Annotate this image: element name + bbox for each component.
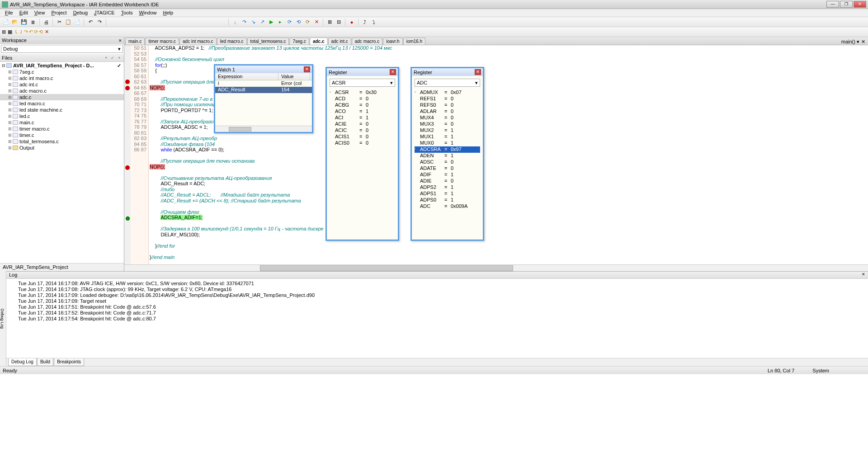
debug-log-side-tab[interactable]: Debug Log xyxy=(0,271,6,366)
tab-adc-int-macro-c[interactable]: adc int macro.c xyxy=(179,38,217,45)
watch-rows[interactable]: iError (col ADC_Result154 xyxy=(215,80,312,126)
register-row[interactable]: ADPS0=1 xyxy=(415,197,480,203)
register-row[interactable]: ADSC=0 xyxy=(415,159,480,165)
register-row[interactable]: REFS0=0 xyxy=(415,102,480,108)
tree-item[interactable]: ⊞7seg.c xyxy=(0,69,124,75)
stepout-icon[interactable]: ↗ xyxy=(258,18,266,26)
tree-item[interactable]: ⊞adc.c xyxy=(0,94,124,100)
register-row[interactable]: -ADCSRA=0x97 xyxy=(415,146,480,153)
register-row[interactable]: ACO=1 xyxy=(330,108,395,115)
register-row[interactable]: -ACSR=0x30 xyxy=(330,89,395,96)
log-close-icon[interactable]: ✕ xyxy=(862,272,865,278)
register1-list[interactable]: -ACSR=0x30 ACD=0 ACBG=0 ACO=1 ACI=1 ACIE… xyxy=(328,89,397,147)
register-row[interactable]: ADIE=0 xyxy=(415,178,480,184)
register-row[interactable]: ACI=1 xyxy=(330,115,395,121)
tab-iom16-h[interactable]: iom16.h xyxy=(403,38,426,45)
register-row[interactable]: ACD=0 xyxy=(330,96,395,102)
watch-row[interactable]: iError (col xyxy=(215,80,312,87)
d1-icon[interactable]: ⊞ xyxy=(2,29,6,35)
register-row[interactable]: ACIC=0 xyxy=(330,127,395,134)
cut-icon[interactable]: ✂ xyxy=(55,18,63,26)
tree-item[interactable]: ⊞total_termosens.c xyxy=(0,138,124,145)
bottom-tab-build[interactable]: Build xyxy=(37,358,53,366)
menu-jtagice[interactable]: JTAGICE xyxy=(91,9,118,17)
save-icon[interactable]: 💾 xyxy=(20,18,28,26)
tree-item[interactable]: ⊞led macro.c xyxy=(0,100,124,107)
watch-col-expression[interactable]: Expression xyxy=(215,73,278,80)
tree-item[interactable]: ⊞adc int macro.c xyxy=(0,75,124,81)
project-root[interactable]: ⊟AVR_IAR_TempSens_Project - D...✓ xyxy=(0,62,124,69)
register-row[interactable]: MUX2=1 xyxy=(415,127,480,134)
paste-icon[interactable]: 📄 xyxy=(73,18,81,26)
tab-adc-macro-c[interactable]: adc macro.c xyxy=(352,38,382,45)
delete-icon[interactable]: ✕ xyxy=(45,29,49,35)
stepover-icon[interactable]: ↷ xyxy=(240,18,248,26)
y-icon[interactable]: ⤵ xyxy=(370,18,378,26)
workspace-close-icon[interactable]: ✕ xyxy=(118,38,122,44)
register-row[interactable]: ACIE=0 xyxy=(330,121,395,127)
maximize-button[interactable]: ❐ xyxy=(840,1,853,8)
watch-window[interactable]: Watch 1✕ Expression Value iError (col AD… xyxy=(214,64,313,133)
minimize-button[interactable]: — xyxy=(826,1,839,8)
open-icon[interactable]: 📂 xyxy=(11,18,19,26)
tab-ioavr-h[interactable]: ioavr.h xyxy=(383,38,402,45)
tab-7seg-c[interactable]: 7seg.c xyxy=(289,38,309,45)
register-row[interactable]: MUX3=0 xyxy=(415,121,480,127)
register-row[interactable]: ADATE=0 xyxy=(415,165,480,172)
breakpoint-gutter[interactable] xyxy=(124,45,131,264)
register-row[interactable]: ADLAR=0 xyxy=(415,108,480,115)
stepinto-icon[interactable]: ↘ xyxy=(249,18,257,26)
print-icon[interactable]: 🖨 xyxy=(42,18,50,26)
register-row[interactable]: MUX0=1 xyxy=(415,140,480,146)
menu-window[interactable]: Window xyxy=(136,9,160,17)
register-row[interactable]: MUX4=0 xyxy=(415,115,480,121)
register-row[interactable]: ADPS2=1 xyxy=(415,184,480,191)
d5-icon[interactable]: ↷ xyxy=(24,29,28,35)
tree-item[interactable]: ⊞timer macro.c xyxy=(0,126,124,132)
go-icon[interactable]: ⟳ xyxy=(285,18,293,26)
menu-file[interactable]: File xyxy=(2,9,16,17)
close-button[interactable]: ✕ xyxy=(854,1,866,8)
register-row[interactable]: ACIS1=0 xyxy=(330,134,395,140)
register-row[interactable]: REFS1=0 xyxy=(415,96,480,102)
tree-item[interactable]: ⊞adc int.c xyxy=(0,81,124,88)
menu-debug[interactable]: Debug xyxy=(70,9,91,17)
d3-icon[interactable]: ⤹ xyxy=(14,29,18,35)
tab-adc-c[interactable]: adc.c xyxy=(310,38,328,45)
menu-project[interactable]: Project xyxy=(48,9,70,17)
tab-timer-macro-c[interactable]: timer macro.c xyxy=(145,38,179,45)
menu-view[interactable]: View xyxy=(31,9,48,17)
register-row[interactable]: MUX1=1 xyxy=(415,134,480,140)
register2-combo[interactable]: ADC▾ xyxy=(415,79,480,87)
watch-close-icon[interactable]: ✕ xyxy=(304,66,310,72)
d4-icon[interactable]: ⤸ xyxy=(19,29,23,35)
menu-tools[interactable]: Tools xyxy=(118,9,136,17)
runto-icon[interactable]: ▸ xyxy=(276,18,284,26)
bottom-tab-breakpoints[interactable]: Breakpoints xyxy=(54,358,84,366)
register2-list[interactable]: -ADMUX=0x07 REFS1=0 REFS0=0 ADLAR=0 MUX4… xyxy=(413,89,482,211)
menu-edit[interactable]: Edit xyxy=(16,9,31,17)
tab-close-icon[interactable]: ✕ xyxy=(861,39,865,45)
register-row[interactable]: ADC=0x009A xyxy=(415,203,480,210)
tab-adc-int-c[interactable]: adc int.c xyxy=(328,38,351,45)
register-row[interactable]: ACIS0=0 xyxy=(330,140,395,146)
tab-led-macro-c[interactable]: led macro.c xyxy=(217,38,247,45)
undo-icon[interactable]: ↶ xyxy=(86,18,94,26)
reset-icon[interactable]: ⟳ xyxy=(303,18,311,26)
horizontal-scrollbar[interactable] xyxy=(124,264,868,271)
refresh-icon[interactable]: ⟲ xyxy=(294,18,302,26)
tab-main-c[interactable]: main.c xyxy=(125,38,145,45)
menu-help[interactable]: Help xyxy=(160,9,177,17)
tree-item[interactable]: ⊞led.c xyxy=(0,113,124,119)
d8-icon[interactable]: ⟲ xyxy=(39,29,43,35)
register-window-1[interactable]: Register✕ ACSR▾ -ACSR=0x30 ACD=0 ACBG=0 … xyxy=(326,67,399,241)
workspace-tab[interactable]: AVR_IAR_TempSens_Project xyxy=(0,263,124,271)
copy-icon[interactable]: 📋 xyxy=(64,18,72,26)
register-row[interactable]: ACBG=0 xyxy=(330,102,395,108)
stop-icon[interactable]: ✕ xyxy=(312,18,321,26)
register-row[interactable]: -ADMUX=0x07 xyxy=(415,89,480,96)
register-window-2[interactable]: Register✕ ADC▾ -ADMUX=0x07 REFS1=0 REFS0… xyxy=(410,67,484,241)
watch-row[interactable]: ADC_Result154 xyxy=(215,87,312,93)
watch-scrollbar[interactable] xyxy=(215,126,312,132)
log-body[interactable]: Tue Jun 17, 2014 16:17:08: AVR JTAG ICE,… xyxy=(6,279,868,358)
